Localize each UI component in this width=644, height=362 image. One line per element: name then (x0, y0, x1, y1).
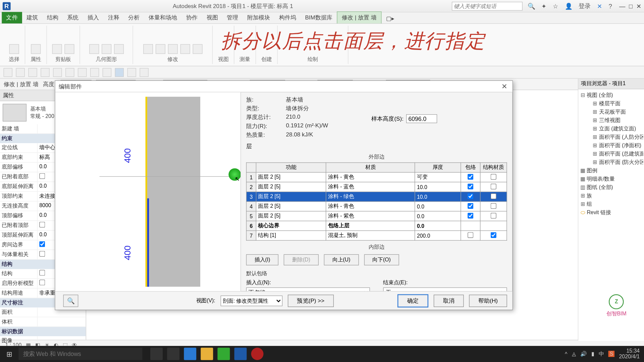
maximize-button[interactable]: □ (629, 2, 633, 9)
p-anal-cb[interactable] (39, 280, 45, 285)
browser-tree[interactable]: ⊟ 视图 (全部) ⊞ 楼层平面 ⊞ 天花板平面 ⊞ 三维视图 ⊞ 立面 (建筑… (578, 89, 644, 219)
preview-button[interactable]: 预览(P) >> (288, 294, 334, 307)
tab-annotate[interactable]: 注释 (103, 12, 124, 23)
type-name[interactable]: 基本墙常规 - 200 (30, 105, 54, 120)
properties-icon[interactable] (31, 44, 41, 54)
preview-toggle-icon[interactable]: 🔍 (63, 294, 78, 307)
taskview-icon[interactable] (150, 348, 163, 360)
taskbar-browser-icon[interactable] (184, 348, 196, 360)
qat-switch-icon[interactable] (140, 68, 148, 76)
qat-text-icon[interactable] (78, 68, 87, 76)
mirror-icon[interactable] (193, 44, 202, 54)
cancel-button[interactable]: 取消 (434, 294, 464, 307)
tab-bimdb[interactable]: BIM数据库 (301, 12, 337, 23)
insert-layer-button[interactable]: 插入(I) (246, 254, 279, 265)
p-attachbase-cb[interactable] (39, 173, 45, 179)
tab-manage[interactable]: 管理 (222, 12, 243, 23)
tray-net-icon[interactable]: ◬ (572, 351, 576, 357)
sample-height-input[interactable] (406, 114, 437, 123)
taskbar-revit-icon[interactable] (234, 348, 247, 360)
tray-vol-icon[interactable]: 🔊 (580, 351, 587, 357)
exchange-icon[interactable]: ✕ (597, 2, 602, 9)
preview-view-select[interactable]: 剖面: 修改类型属性 (220, 295, 282, 306)
cope-icon[interactable] (89, 44, 99, 54)
tab-file[interactable]: 文件 (2, 12, 22, 23)
tray-ime-icon[interactable]: 中 (599, 350, 604, 358)
tab-addins[interactable]: 附加模块 (243, 12, 275, 23)
layers-table[interactable]: 功能 材质 厚度 包络 结构材质 1面层 2 [5]涂料 - 黄色可变2面层 2… (246, 163, 507, 241)
tab-massing[interactable]: 体量和场地 (144, 12, 182, 23)
endpt-select[interactable]: 无 (383, 288, 507, 291)
move-down-button[interactable]: 向下(O) (364, 254, 399, 265)
login-button[interactable]: 登录 (579, 2, 591, 10)
tray-up-icon[interactable]: ^ (565, 351, 567, 357)
layer-row[interactable]: 6核心边界包络上层0.0 (247, 221, 507, 231)
tab-collab[interactable]: 协作 (182, 12, 202, 23)
tab-view[interactable]: 视图 (202, 12, 222, 23)
layer-row[interactable]: 3面层 2 [5]涂料 - 绿色10.0 (247, 192, 507, 202)
assembly-preview[interactable]: 400 400 ↖ (55, 92, 241, 291)
qat-open-icon[interactable] (4, 68, 12, 76)
qat-save-icon[interactable] (16, 68, 24, 76)
modify-tool-icon[interactable] (9, 44, 19, 54)
tab-play-icon[interactable]: ▢▸ (382, 13, 399, 23)
qat-close-icon[interactable] (127, 68, 136, 76)
favorite-icon[interactable]: ☆ (553, 2, 558, 9)
keytip-icon[interactable]: ✦ (541, 2, 547, 9)
move-up-button[interactable]: 向上(U) (324, 254, 359, 265)
join-icon[interactable] (114, 44, 123, 54)
tab-arch[interactable]: 建筑 (22, 12, 43, 23)
layer-row[interactable]: 2面层 2 [5]涂料 - 蓝色10.0 (247, 182, 507, 192)
qat-section-icon[interactable] (103, 68, 111, 76)
interior-side-label: 内部边 (246, 243, 507, 251)
tab-modify-place-wall[interactable]: 修改 | 放置 墙 (337, 11, 381, 23)
help-search-input[interactable] (452, 2, 523, 10)
layer-row[interactable]: 7结构 [1]混凝土, 预制200.0 (247, 231, 507, 241)
qat-3d-icon[interactable] (90, 68, 99, 76)
start-button[interactable]: ⊞ (0, 350, 18, 358)
insertpt-select[interactable]: 不包络 (246, 288, 370, 291)
qat-thinlines-icon[interactable] (115, 68, 124, 76)
tab-gjw[interactable]: 构件坞 (274, 12, 301, 23)
p-struct-cb[interactable] (39, 270, 45, 276)
paste-icon[interactable] (52, 44, 62, 54)
tab-struct[interactable]: 结构 (43, 12, 63, 23)
taskbar-app-icon[interactable] (167, 348, 179, 360)
ok-button[interactable]: 确定 (397, 294, 428, 307)
help-button[interactable]: 帮助(H) (469, 294, 507, 307)
p-massrel-cb[interactable] (39, 251, 45, 257)
taskbar-clock[interactable]: 15:342020/4/1 (619, 348, 640, 360)
tab-insert[interactable]: 插入 (83, 12, 104, 23)
cut-geom-icon[interactable] (101, 44, 111, 54)
cat-id[interactable]: 标识数据 (0, 327, 86, 336)
tab-systems[interactable]: 系统 (63, 12, 83, 23)
tray-batt-icon[interactable]: ▮ (591, 351, 594, 357)
p-roombound-cb[interactable] (39, 241, 45, 247)
layer-row[interactable]: 5面层 2 [5]涂料 - 紫色0.0 (247, 212, 507, 221)
taskbar-record-icon[interactable] (251, 348, 264, 360)
p-topconst: 顶部约束 (0, 192, 37, 201)
user-icon[interactable]: 👤 (565, 2, 572, 9)
minimize-button[interactable]: — (619, 2, 625, 9)
taskbar-wechat-icon[interactable] (217, 348, 230, 360)
taskbar-explorer-icon[interactable] (201, 348, 213, 360)
layer-row[interactable]: 1面层 2 [5]涂料 - 黄色可变 (247, 173, 507, 182)
align-icon[interactable] (143, 44, 153, 54)
qat-align-icon[interactable] (65, 68, 74, 76)
p-attachtop-cb[interactable] (39, 222, 45, 228)
help-icon[interactable]: ? (609, 2, 612, 9)
cut-icon[interactable] (64, 44, 74, 54)
qat-measure-icon[interactable] (53, 68, 62, 76)
infocenter-icon[interactable]: 🔍 (528, 2, 535, 9)
close-button[interactable]: ✕ (636, 2, 642, 9)
tray-sogou-icon[interactable]: S (608, 351, 614, 357)
layer-row[interactable]: 4面层 2 [5]涂料 - 青色0.0 (247, 202, 507, 212)
move-icon[interactable] (155, 44, 165, 54)
taskbar-search-input[interactable] (18, 348, 142, 360)
copy-icon[interactable] (168, 44, 177, 54)
tab-analyze[interactable]: 分析 (124, 12, 144, 23)
qat-redo-icon[interactable] (41, 68, 49, 76)
qat-undo-icon[interactable] (28, 68, 37, 76)
rotate-icon[interactable] (180, 44, 190, 54)
dialog-close-button[interactable]: ✕ (500, 82, 509, 90)
